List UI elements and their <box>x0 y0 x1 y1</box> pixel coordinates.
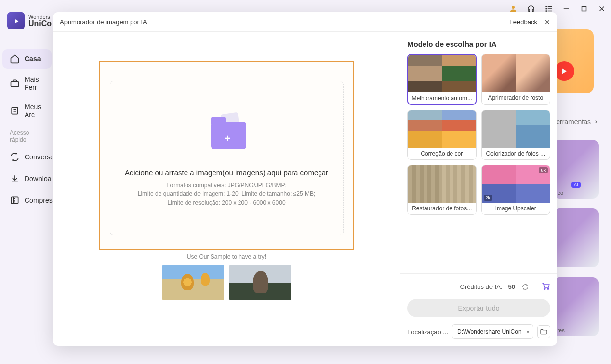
model-face-enhancer[interactable]: Aprimorador de rosto <box>481 54 551 105</box>
dropzone-info-1: Formatos compatíveis: JPG/PNG/JPEG/BMP; <box>138 182 315 190</box>
model-photo-colorizer[interactable]: Colorizador de fotos ... <box>481 110 551 160</box>
support-icon[interactable] <box>527 4 535 13</box>
close-window-icon[interactable] <box>597 4 606 13</box>
sample-hint: Use Our Sample to have a try! <box>187 253 266 260</box>
sidebar-quick-converter[interactable]: Converso <box>2 147 52 167</box>
maximize-icon[interactable] <box>580 4 588 13</box>
svg-point-17 <box>547 288 548 289</box>
folder-plus-icon: + <box>197 109 256 158</box>
sample-image-2[interactable] <box>229 265 291 300</box>
svg-point-0 <box>512 6 515 9</box>
chevron-right-icon <box>594 119 599 124</box>
sidebar: Casa Mais Ferr Meus Arc Acesso rápido Co… <box>0 47 54 212</box>
bg-tools-link[interactable]: ferramentas <box>554 118 599 126</box>
sidebar-section-label: Acesso rápido <box>2 126 52 145</box>
sidebar-item-label: Compres <box>25 196 53 204</box>
folder-icon <box>540 328 548 336</box>
logo-text-2: UniCo <box>28 20 52 27</box>
left-pane: + Adicione ou arraste a imagem(ou imagen… <box>53 32 400 346</box>
model-image-upscaler[interactable]: 2k 8k Image Upscaler <box>481 165 551 215</box>
badge-2k: 2k <box>484 195 493 201</box>
close-icon[interactable]: ✕ <box>544 18 550 26</box>
badge-8k: 8k <box>539 167 548 173</box>
credits-row: Créditos de IA:50 <box>407 282 550 292</box>
sidebar-item-label: Meus Arc <box>25 103 44 119</box>
sidebar-item-label: Casa <box>25 55 41 63</box>
sidebar-quick-download[interactable]: Downloa <box>2 169 52 188</box>
credits-value: 50 <box>508 283 515 290</box>
model-photo-restorer[interactable]: Restaurador de fotos... <box>407 165 477 215</box>
bg-card-label: eo <box>558 190 563 196</box>
bg-card-label: tes <box>558 327 565 333</box>
compress-icon <box>10 195 20 205</box>
modal-header: Aprimorador de imagem por IA Feedback ✕ <box>53 12 557 32</box>
model-color-correction[interactable]: Correção de cor <box>407 110 477 160</box>
dropzone-headline: Adicione ou arraste a imagem(ou imagens)… <box>125 168 328 177</box>
sample-image-1[interactable] <box>162 265 224 300</box>
right-pane: Modelo de escolha por IA Melhoramento au… <box>400 32 557 346</box>
bg-card-3[interactable]: tes <box>554 277 599 336</box>
sidebar-item-files[interactable]: Meus Arc <box>2 98 52 124</box>
model-label: Image Upscaler <box>482 203 550 214</box>
ai-badge: AI <box>571 182 581 188</box>
ai-image-enhancer-modal: Aprimorador de imagem por IA Feedback ✕ … <box>53 12 557 346</box>
bg-card-1[interactable]: AI eo <box>554 140 599 199</box>
svg-point-16 <box>544 288 545 289</box>
dropzone-info-2: Limite de quantidade de imagem: 1-20; Li… <box>138 190 315 198</box>
sidebar-quick-compress[interactable]: Compres <box>2 190 52 210</box>
refresh-icon[interactable] <box>521 283 529 291</box>
account-icon[interactable] <box>509 4 518 13</box>
model-label: Aprimorador de rosto <box>482 92 550 104</box>
dropzone-info-3: Limite de resolução: 200 x 200 - 6000 x … <box>138 199 315 207</box>
sidebar-item-home[interactable]: Casa <box>2 49 52 69</box>
open-folder-button[interactable] <box>537 325 550 338</box>
app-logo: Wonders UniCo <box>7 12 52 29</box>
sidebar-item-tools[interactable]: Mais Ferr <box>2 71 52 96</box>
model-auto-enhance[interactable]: Melhoramento autom... <box>407 54 477 105</box>
modal-title: Aprimorador de imagem por IA <box>60 18 147 26</box>
location-select[interactable]: D:\Wondershare UniCon <box>452 324 533 339</box>
sidebar-item-label: Mais Ferr <box>25 76 44 91</box>
menu-list-icon[interactable] <box>544 4 553 13</box>
cart-icon[interactable] <box>541 282 550 292</box>
svg-point-1 <box>546 6 547 7</box>
download-icon <box>10 174 20 183</box>
svg-rect-8 <box>582 6 586 11</box>
minimize-icon[interactable] <box>562 4 571 13</box>
dropzone[interactable]: + Adicione ou arraste a imagem(ou imagen… <box>99 61 354 250</box>
bg-card-2[interactable] <box>554 208 599 267</box>
youtube-icon <box>555 61 574 81</box>
model-label: Restaurador de fotos... <box>408 203 476 214</box>
svg-point-3 <box>546 8 547 9</box>
logo-badge-icon <box>7 12 25 29</box>
files-icon <box>10 106 20 116</box>
sidebar-item-label: Downloa <box>25 175 51 182</box>
export-all-button[interactable]: Exportar tudo <box>407 299 550 317</box>
credits-label: Créditos de IA: <box>460 283 503 290</box>
model-label: Correção de cor <box>408 148 476 159</box>
svg-rect-11 <box>11 82 19 87</box>
sidebar-item-label: Converso <box>25 153 54 161</box>
model-label: Melhoramento autom... <box>408 92 476 104</box>
model-label: Colorizador de fotos ... <box>482 148 550 159</box>
toolbox-icon <box>10 78 20 88</box>
feedback-link[interactable]: Feedback <box>509 18 537 26</box>
home-icon <box>10 54 20 64</box>
svg-point-5 <box>546 10 547 11</box>
models-title: Modelo de escolha por IA <box>407 40 550 48</box>
convert-icon <box>10 152 20 162</box>
location-label: Localização ... <box>407 328 448 336</box>
